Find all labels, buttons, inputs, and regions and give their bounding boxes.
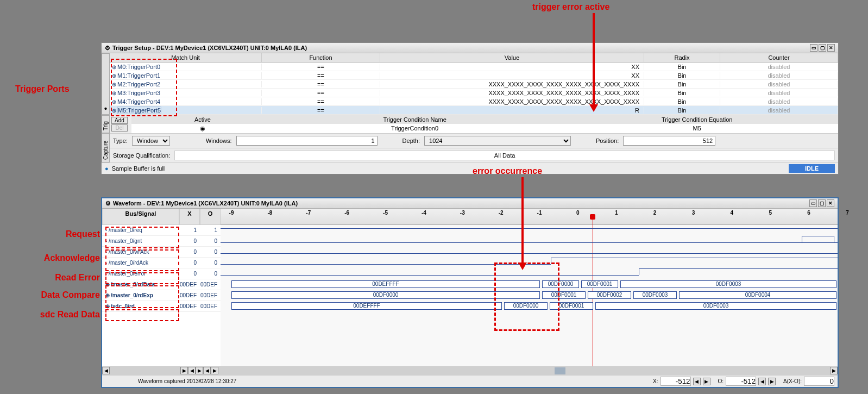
signal-x: 0 (179, 236, 200, 247)
match-row[interactable]: ⊕M1:TriggerPort1==XXBindisabled (110, 71, 838, 80)
header-function: Function (262, 53, 380, 62)
arrowhead-error (518, 262, 527, 270)
match-row[interactable]: ⊕M5:TriggerPort5==RBindisabled (110, 106, 838, 115)
wave-gnt-pulse (802, 236, 834, 242)
annotation-data-compare: Data Compare (22, 290, 100, 300)
bus-rdexp-2: 00DF0002 (588, 291, 631, 299)
x-label: X: (653, 378, 658, 384)
ruler-tick: -6 (344, 210, 349, 216)
ruler-tick: -2 (499, 210, 504, 216)
delta-readout (804, 377, 834, 386)
o-readout[interactable] (726, 377, 756, 386)
annotation-trigger-error: trigger error active (532, 2, 609, 12)
ruler-tick: -8 (267, 210, 272, 216)
annotation-trigger-ports: Trigger Ports (15, 84, 70, 94)
o-next-icon[interactable]: ▶ (768, 378, 776, 385)
waveform-title: Waveform - DEV:1 MyDevice1 (XC6VLX240T) … (113, 200, 298, 207)
position-input[interactable] (623, 136, 715, 146)
bus-rddata-3: 00DF0003 (620, 280, 836, 288)
ruler-tick: 6 (807, 210, 810, 216)
highlight-sdc (105, 309, 179, 321)
active-radio[interactable]: ◉ (131, 124, 274, 133)
wf-minimize-icon[interactable]: ▭ (809, 199, 817, 207)
ruler-tick: 5 (769, 210, 772, 216)
highlight-error (105, 272, 179, 284)
wave-rdack-high (551, 258, 838, 258)
wf-maximize-icon[interactable]: ▢ (818, 199, 826, 207)
trigger-panel-title: Trigger Setup - DEV:1 MyDevice1 (XC6VLX2… (112, 45, 307, 51)
arrow-trigger-error (593, 13, 595, 105)
arrow-error (521, 177, 524, 264)
sep2-right-icon[interactable]: ▶ (211, 367, 218, 374)
ruler-tick: -1 (537, 210, 542, 216)
time-ruler: -9-8-7-6-5-4-3-2-101234567 (221, 209, 838, 225)
x-prev-icon[interactable]: ◀ (693, 378, 701, 385)
bus-rdexp-0: 00DF0000 (231, 291, 540, 299)
waveform-titlebar: ⚙ Waveform - DEV:1 MyDevice1 (XC6VLX240T… (102, 198, 838, 209)
bus-sdc-0: 00DEFFFF (231, 302, 502, 310)
position-label: Position: (596, 137, 619, 144)
minimize-icon[interactable]: ▭ (810, 44, 817, 52)
bus-rddata-0: 00DEFFFF (231, 280, 540, 288)
tab-match[interactable]: ● (102, 53, 110, 115)
header-radix: Radix (644, 53, 720, 62)
close-icon[interactable]: ✕ (827, 44, 835, 52)
signal-x: 0 (179, 258, 200, 268)
match-row[interactable]: ⊕M4:TriggerPort4==XXXX_XXXX_XXXX_XXXX_XX… (110, 97, 838, 106)
signal-o: 0 (200, 258, 221, 268)
bus-sdc-3: 00DF0003 (595, 302, 836, 310)
x-header: X (179, 209, 200, 225)
wave-err-low (221, 275, 639, 276)
ruler-tick: 7 (846, 210, 849, 216)
signal-x: 0 (179, 247, 200, 258)
windows-input[interactable] (236, 136, 378, 146)
signal-x: 00DEF (179, 301, 200, 312)
wave-wrack (221, 253, 838, 254)
match-row[interactable]: ⊕M0:TriggerPort0==XXBindisabled (110, 62, 838, 71)
wave-req (221, 228, 838, 229)
header-active: Active (131, 115, 274, 124)
waveform-panel: ⚙ Waveform - DEV:1 MyDevice1 (XC6VLX240T… (101, 197, 839, 388)
signal-x: 0 (179, 268, 200, 279)
sep-left-icon[interactable]: ◀ (188, 367, 196, 374)
cond-equation[interactable]: M5 (556, 124, 838, 133)
cond-name[interactable]: TriggerCondition0 (274, 124, 556, 133)
wave-err-high (639, 268, 838, 269)
annotation-sdc: sdc Read Data (23, 310, 100, 320)
wave-scroll-right-icon[interactable]: ▶ (830, 367, 838, 374)
arrowhead-trigger-error (589, 104, 598, 112)
scroll-left-icon[interactable]: ◀ (102, 367, 110, 374)
tab-trig[interactable]: Trig (102, 115, 110, 133)
depth-label: Depth: (402, 137, 420, 144)
signal-x: 00DEF (179, 279, 200, 290)
signal-o: 0 (200, 247, 221, 258)
sep2-left-icon[interactable]: ◀ (203, 367, 211, 374)
bus-rdexp-3: 00DF0003 (633, 291, 677, 299)
del-button[interactable]: Del (111, 124, 128, 132)
depth-select[interactable]: 1024 (424, 136, 571, 146)
trigger-marker-icon (590, 214, 595, 220)
scroll-right-icon[interactable]: ▶ (180, 367, 188, 374)
wave-scrollbar[interactable] (218, 367, 830, 375)
maximize-icon[interactable]: ▢ (819, 44, 826, 52)
x-readout[interactable] (661, 377, 691, 386)
type-select[interactable]: Window (132, 136, 170, 146)
x-next-icon[interactable]: ▶ (703, 378, 710, 385)
signal-x: 00DEF (179, 290, 200, 301)
match-row[interactable]: ⊕M3:TriggerPort3==XXXX_XXXX_XXXX_XXXX_XX… (110, 89, 838, 97)
add-button[interactable]: Add (111, 117, 128, 124)
annotation-request: Request (59, 229, 100, 239)
signal-o: 1 (200, 225, 221, 236)
sep-right-icon[interactable]: ▶ (196, 367, 203, 374)
signal-o: 0 (200, 236, 221, 247)
signal-o: 00DEF (200, 290, 221, 301)
storage-field[interactable]: All Data (174, 151, 835, 160)
bus-rddata-2: 00DF0001 (581, 280, 618, 288)
match-row[interactable]: ⊕M2:TriggerPort2==XXXX_XXXX_XXXX_XXXX_XX… (110, 80, 838, 89)
highlight-compare (105, 285, 179, 308)
o-label: O: (718, 378, 724, 384)
wf-close-icon[interactable]: ✕ (827, 199, 834, 207)
tab-capture[interactable]: Capture (102, 133, 110, 162)
match-table-header: Match Unit Function Value Radix Counter (110, 53, 838, 62)
o-prev-icon[interactable]: ◀ (758, 378, 766, 385)
